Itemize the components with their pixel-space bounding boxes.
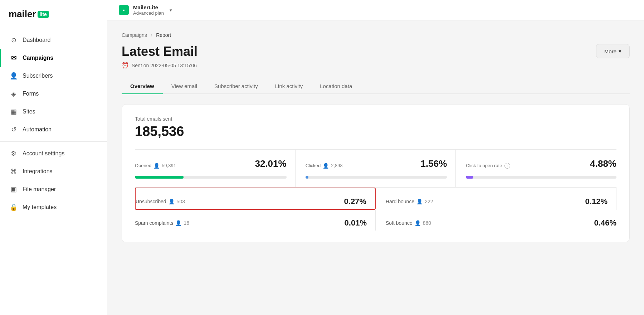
clicked-pct: 1.56% <box>421 158 447 169</box>
unsubscribed-count: 503 <box>177 199 185 204</box>
sidebar-item-forms[interactable]: ◈ Forms <box>0 85 107 103</box>
metrics-bottom: Unsubscribed 👤 503 0.27% Hard bounce 👤 2… <box>135 187 616 231</box>
cto-pct: 4.88% <box>590 158 616 169</box>
sidebar-item-label: File manager <box>23 186 56 193</box>
soft-bounce-count: 860 <box>423 220 431 226</box>
main-content: ▪ MailerLite Advanced plan ▾ Campaigns ›… <box>107 0 644 315</box>
person-icon: 👤 <box>169 199 175 204</box>
tab-view-email[interactable]: View email <box>163 79 206 94</box>
tab-subscriber-activity[interactable]: Subscriber activity <box>206 79 267 94</box>
sidebar-item-automation[interactable]: ↺ Automation <box>0 121 107 139</box>
more-label: More <box>604 48 616 54</box>
logo-area: mailer lite <box>0 9 107 31</box>
total-sent-label: Total emails sent <box>135 116 616 122</box>
sidebar-item-subscribers[interactable]: 👤 Subscribers <box>0 67 107 85</box>
nav-items: ⊙ Dashboard ✉ Campaigns 👤 Subscribers ◈ … <box>0 31 107 306</box>
sidebar-item-file-manager[interactable]: ▣ File manager <box>0 180 107 198</box>
workspace-name: MailerLite <box>133 4 164 10</box>
opened-count: 59,391 <box>162 163 176 168</box>
campaigns-icon: ✉ <box>10 54 18 62</box>
clicked-progress-fill <box>306 176 308 179</box>
metric-soft-bounce: Soft bounce 👤 860 0.46% <box>376 210 616 231</box>
sidebar-item-label: Forms <box>23 91 39 97</box>
stats-card: Total emails sent 185,536 Opened 👤 59,39… <box>122 104 630 242</box>
person-icon: 👤 <box>175 220 181 226</box>
logo: mailer lite <box>9 9 49 20</box>
nav-bottom-section: ⚙ Account settings ⌘ Integrations ▣ File… <box>0 141 107 216</box>
soft-bounce-label: Soft bounce 👤 860 <box>386 220 431 226</box>
tab-location-data[interactable]: Location data <box>311 79 361 94</box>
unsubscribed-label: Unsubscribed 👤 503 <box>136 199 185 204</box>
metric-clicked: Clicked 👤 2,898 1.56% <box>296 150 456 187</box>
breadcrumb-parent[interactable]: Campaigns <box>122 32 147 38</box>
opened-progress-fill <box>135 176 184 179</box>
dashboard-icon: ⊙ <box>10 36 18 44</box>
page-title: Latest Email <box>122 44 197 59</box>
sidebar: mailer lite ⊙ Dashboard ✉ Campaigns 👤 Su… <box>0 0 107 315</box>
metric-label-row: Click to open rate i 4.88% <box>466 158 616 173</box>
hard-bounce-count: 222 <box>425 199 433 204</box>
file-manager-icon: ▣ <box>10 185 18 193</box>
opened-pct: 32.01% <box>255 158 286 169</box>
metric-opened: Opened 👤 59,391 32.01% <box>135 150 296 187</box>
logo-badge: lite <box>38 11 49 18</box>
spam-count: 16 <box>184 220 189 226</box>
info-icon: i <box>504 163 510 169</box>
sidebar-item-integrations[interactable]: ⌘ Integrations <box>0 163 107 180</box>
clicked-label: Clicked 👤 2,898 <box>306 163 343 169</box>
topbar: ▪ MailerLite Advanced plan ▾ <box>107 0 644 20</box>
sidebar-item-label: Integrations <box>23 168 53 175</box>
cto-progress-fill <box>466 176 473 179</box>
more-button[interactable]: More ▾ <box>596 44 630 58</box>
metric-spam: Spam complaints 👤 16 0.01% <box>135 210 376 231</box>
breadcrumb: Campaigns › Report <box>122 32 630 38</box>
metric-label-row: Opened 👤 59,391 32.01% <box>135 158 287 173</box>
sent-datetime: Sent on 2022-05-05 13:15:06 <box>132 63 197 68</box>
sent-info: ⏰ Sent on 2022-05-05 13:15:06 <box>122 62 630 69</box>
sidebar-item-dashboard[interactable]: ⊙ Dashboard <box>0 31 107 49</box>
workspace-icon: ▪ <box>119 5 129 15</box>
sidebar-item-label: Dashboard <box>23 37 50 43</box>
workspace-info: MailerLite Advanced plan <box>133 4 164 16</box>
page-content: Campaigns › Report Latest Email More ▾ ⏰… <box>107 20 644 315</box>
soft-bounce-pct: 0.46% <box>594 218 616 228</box>
cto-progress-bg <box>466 176 616 179</box>
sidebar-item-label: Subscribers <box>23 73 53 79</box>
tab-overview[interactable]: Overview <box>122 79 163 94</box>
spam-label: Spam complaints 👤 16 <box>135 220 189 226</box>
person-icon: 👤 <box>416 199 423 204</box>
integrations-icon: ⌘ <box>10 168 18 175</box>
sidebar-item-label: Account settings <box>23 150 64 157</box>
person-icon: 👤 <box>153 163 160 169</box>
total-sent-value: 185,536 <box>135 124 616 139</box>
sidebar-item-sites[interactable]: ▦ Sites <box>0 103 107 121</box>
tabs: Overview View email Subscriber activity … <box>122 79 630 94</box>
clock-icon: ⏰ <box>122 62 129 69</box>
my-templates-icon: 🔒 <box>10 203 18 211</box>
account-settings-icon: ⚙ <box>10 150 18 158</box>
tab-link-activity[interactable]: Link activity <box>267 79 312 94</box>
hard-bounce-pct: 0.12% <box>585 197 608 206</box>
sidebar-item-account-settings[interactable]: ⚙ Account settings <box>0 145 107 163</box>
subscribers-icon: 👤 <box>10 72 18 80</box>
metric-hard-bounce: Hard bounce 👤 222 0.12% <box>376 188 616 210</box>
cto-label: Click to open rate i <box>466 163 510 169</box>
chevron-down-icon[interactable]: ▾ <box>170 8 172 13</box>
sites-icon: ▦ <box>10 108 18 116</box>
sidebar-item-label: Sites <box>23 108 35 115</box>
metric-unsubscribed: Unsubscribed 👤 503 0.27% <box>135 188 376 210</box>
more-chevron-icon: ▾ <box>619 48 621 54</box>
automation-icon: ↺ <box>10 126 18 134</box>
opened-label: Opened 👤 59,391 <box>135 163 176 169</box>
sidebar-item-campaigns[interactable]: ✉ Campaigns <box>0 49 107 67</box>
person-icon: 👤 <box>415 220 421 226</box>
sidebar-item-my-templates[interactable]: 🔒 My templates <box>0 198 107 216</box>
page-header: Latest Email More ▾ <box>122 44 630 59</box>
hard-bounce-label: Hard bounce 👤 222 <box>386 199 433 204</box>
clicked-progress-bg <box>306 176 447 179</box>
sidebar-item-label: My templates <box>23 204 57 210</box>
breadcrumb-separator: › <box>151 32 152 38</box>
metrics-top: Opened 👤 59,391 32.01% Clicked <box>135 149 616 187</box>
sidebar-item-label: Automation <box>23 126 52 133</box>
logo-text: mailer <box>9 9 36 20</box>
